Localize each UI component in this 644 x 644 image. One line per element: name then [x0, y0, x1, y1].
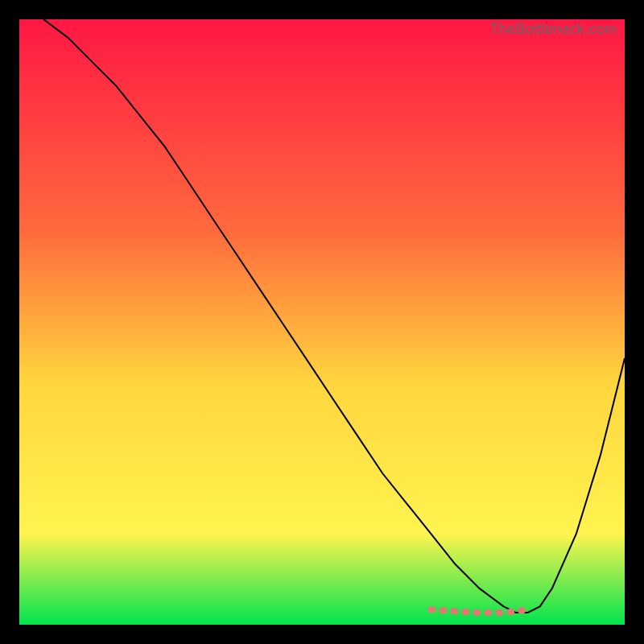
- bottleneck-chart: [19, 19, 625, 625]
- gradient-background: [19, 19, 625, 625]
- watermark-text: TheBottleneck.com: [490, 21, 617, 38]
- highlight-band: [431, 609, 527, 613]
- chart-frame: TheBottleneck.com: [19, 19, 625, 625]
